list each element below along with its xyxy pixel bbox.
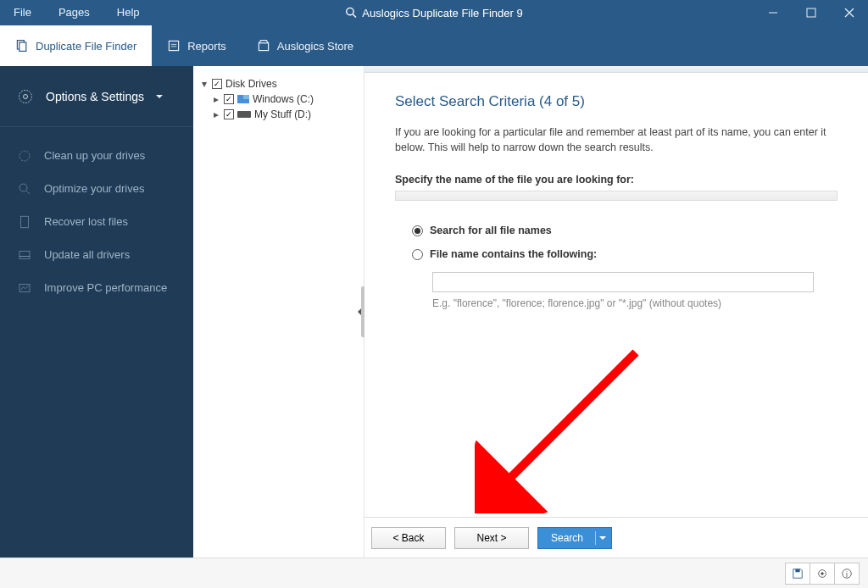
sidebar-item-label: Improve PC performance	[44, 281, 167, 294]
checkbox[interactable]: ✓	[224, 94, 234, 104]
tab-duplicate-file-finder[interactable]: Duplicate File Finder	[0, 25, 152, 66]
wizard-description: If you are looking for a particular file…	[395, 125, 837, 155]
wizard-header-strip	[364, 66, 868, 73]
content-area: Options & Settings Clean up your drives …	[0, 66, 868, 557]
svg-point-13	[24, 94, 28, 98]
minimize-button[interactable]	[754, 0, 792, 25]
svg-line-24	[500, 352, 636, 488]
drive-tree-panel: ▾ ✓ Disk Drives ▸ ✓ Windows (C:) ▸ ✓ My …	[193, 66, 364, 557]
maximize-button[interactable]	[792, 0, 830, 25]
wizard-footer: < Back Next > Search	[364, 517, 868, 557]
back-button[interactable]: < Back	[371, 527, 446, 549]
expand-arrow-icon[interactable]: ▸	[212, 93, 220, 105]
sidebar-item-drivers[interactable]: Update all drivers	[0, 238, 193, 271]
radio-button-icon[interactable]	[412, 249, 423, 260]
svg-rect-22	[243, 95, 249, 99]
options-label: Options & Settings	[46, 90, 144, 103]
improve-icon	[17, 280, 32, 296]
wizard-heading: Select Search Criteria (4 of 5)	[395, 93, 837, 110]
collapse-arrow-icon[interactable]: ▾	[200, 78, 209, 90]
titlebar: File Pages Help Auslogics Duplicate File…	[0, 0, 868, 25]
hdd-drive-icon	[237, 111, 251, 118]
cleanup-icon	[17, 148, 32, 164]
menu-pages[interactable]: Pages	[45, 0, 103, 25]
tree-drive-row[interactable]: ▸ ✓ Windows (C:)	[197, 92, 360, 107]
sidebar-item-label: Recover lost files	[44, 215, 128, 228]
optimize-icon	[17, 181, 32, 197]
svg-point-27	[821, 572, 824, 575]
sidebar-item-recover[interactable]: Recover lost files	[0, 205, 193, 238]
annotation-arrow-icon	[475, 344, 644, 513]
gear-icon	[816, 568, 828, 580]
options-settings-button[interactable]: Options & Settings	[0, 66, 193, 127]
statusbar: i	[0, 557, 868, 588]
radio-label: Search for all file names	[430, 225, 552, 236]
checkbox[interactable]: ✓	[224, 109, 234, 119]
svg-rect-11	[259, 43, 268, 51]
radio-search-all[interactable]: Search for all file names	[412, 225, 837, 236]
store-icon	[257, 39, 270, 53]
tree-root-row[interactable]: ▾ ✓ Disk Drives	[197, 76, 360, 92]
recover-icon	[17, 214, 32, 230]
expand-arrow-icon[interactable]: ▸	[212, 108, 220, 120]
tab-reports[interactable]: Reports	[152, 25, 242, 66]
reports-icon	[167, 39, 181, 53]
tree-drive-row[interactable]: ▸ ✓ My Stuff (D:)	[197, 107, 360, 122]
wizard-panel: Select Search Criteria (4 of 5) If you a…	[364, 66, 868, 557]
tab-label: Auslogics Store	[277, 40, 353, 53]
radio-filename-contains[interactable]: File name contains the following:	[412, 248, 837, 260]
save-icon	[792, 568, 804, 580]
search-button[interactable]: Search	[537, 527, 612, 549]
titlebar-title-area: Auslogics Duplicate File Finder 9	[345, 7, 522, 19]
svg-rect-23	[237, 111, 251, 118]
sidebar-item-optimize[interactable]: Optimize your drives	[0, 172, 193, 205]
svg-line-16	[26, 191, 30, 194]
sidebar-item-improve[interactable]: Improve PC performance	[0, 271, 193, 304]
svg-point-0	[347, 8, 353, 14]
settings-gear-icon	[17, 88, 34, 105]
sidebar-item-label: Clean up your drives	[44, 149, 145, 162]
sidebar-item-cleanup[interactable]: Clean up your drives	[0, 139, 193, 172]
app-title: Auslogics Duplicate File Finder 9	[362, 7, 522, 19]
svg-point-12	[19, 90, 32, 103]
sidebar-item-label: Update all drivers	[44, 248, 130, 261]
radio-button-icon[interactable]	[412, 225, 423, 236]
svg-rect-19	[19, 256, 30, 258]
sidebar: Options & Settings Clean up your drives …	[0, 66, 193, 557]
svg-line-1	[353, 14, 356, 18]
checkbox[interactable]: ✓	[212, 79, 222, 89]
svg-rect-18	[19, 251, 30, 256]
section-label: Specify the name of the file you are loo…	[395, 174, 837, 186]
svg-rect-25	[795, 569, 799, 572]
section-divider	[395, 191, 837, 201]
tab-label: Reports	[187, 40, 226, 53]
svg-rect-7	[19, 42, 26, 51]
save-icon-button[interactable]	[785, 563, 810, 585]
svg-rect-17	[21, 216, 29, 228]
menu-file[interactable]: File	[0, 0, 45, 25]
tree-drive-label: My Stuff (D:)	[254, 108, 311, 120]
dropdown-caret-icon	[156, 95, 163, 102]
tree-drive-label: Windows (C:)	[253, 93, 314, 105]
svg-point-15	[19, 184, 27, 191]
help-icon-button[interactable]: i	[834, 563, 860, 585]
filename-input[interactable]	[432, 272, 814, 292]
close-button[interactable]	[830, 0, 868, 25]
tabbar: Duplicate File Finder Reports Auslogics …	[0, 25, 868, 66]
next-button[interactable]: Next >	[454, 527, 529, 549]
menu-help[interactable]: Help	[103, 0, 153, 25]
radio-label: File name contains the following:	[430, 248, 597, 260]
svg-point-14	[19, 151, 30, 161]
drivers-icon	[17, 247, 32, 263]
tab-label: Duplicate File Finder	[36, 40, 136, 53]
document-copy-icon	[15, 39, 29, 53]
windows-drive-icon	[237, 95, 249, 103]
tab-store[interactable]: Auslogics Store	[242, 25, 369, 66]
settings-icon-button[interactable]	[810, 563, 835, 585]
search-button-label: Search	[551, 532, 583, 544]
svg-rect-8	[170, 41, 179, 50]
tree-root-label: Disk Drives	[225, 78, 277, 90]
info-icon: i	[841, 568, 853, 580]
svg-text:i: i	[846, 569, 848, 578]
app-logo-icon	[345, 7, 357, 19]
